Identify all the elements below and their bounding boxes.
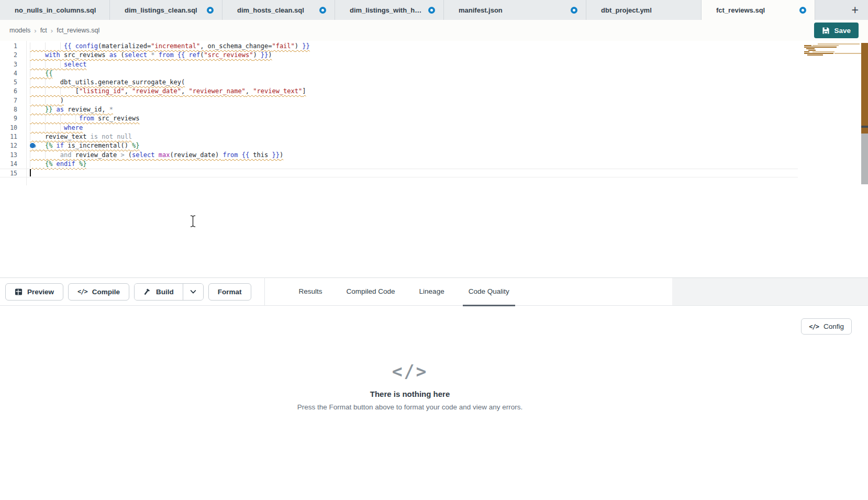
build-options-button[interactable] (183, 284, 203, 300)
code-line-14[interactable]: 14 {% endif %} (0, 160, 798, 169)
text-caret (30, 169, 31, 176)
save-label: Save (834, 27, 851, 35)
panel-tab-results[interactable]: Results (287, 277, 335, 306)
code-line-3[interactable]: 3 select (0, 60, 798, 69)
minimap-warning-bar (807, 54, 823, 55)
config-button[interactable]: </> Config (801, 318, 852, 335)
line-content (30, 169, 31, 178)
line-content: {{ (30, 69, 52, 78)
file-tab-label: dim_listings_clean.sql (125, 6, 202, 14)
breadcrumb-separator: › (51, 27, 53, 35)
breadcrumb-item-fct[interactable]: fct (40, 27, 47, 34)
file-tab-manifest-json[interactable]: manifest.json (444, 0, 586, 20)
hammer-icon (143, 288, 151, 296)
line-content: ) (30, 96, 64, 105)
code-brackets-icon: </> (809, 323, 819, 330)
file-tab-fct-reviews-sql[interactable]: fct_reviews.sql (702, 0, 815, 20)
file-tab-no-nulls-in-columns-sql[interactable]: no_nulls_in_columns.sql (0, 0, 110, 20)
minimap-warning-bar (834, 53, 861, 54)
code-line-6[interactable]: 6 ["listing_id", "review_date", "reviewe… (0, 87, 798, 96)
code-line-13[interactable]: 13 and review_date > (select max(review_… (0, 151, 798, 160)
unsaved-dot-icon (428, 7, 435, 14)
file-tab-label: fct_reviews.sql (716, 6, 794, 14)
format-label: Format (218, 288, 242, 296)
code-line-15[interactable]: 15 (0, 169, 798, 177)
unsaved-dot-icon (207, 7, 214, 14)
chevron-down-icon (190, 288, 197, 295)
code-action-icon[interactable]: ⚙ (30, 142, 38, 150)
preview-label: Preview (27, 288, 54, 296)
line-content: {% if is_incremental() %} (30, 141, 140, 150)
line-content: and review_date > (select max(review_dat… (30, 151, 283, 160)
config-label: Config (824, 323, 844, 330)
file-tab-dbt-project-yml[interactable]: dbt_project.yml (586, 0, 702, 20)
compile-label: Compile (92, 288, 120, 296)
code-line-9[interactable]: 9 from src_reviews (0, 114, 798, 123)
code-line-5[interactable]: 5 dbt_utils.generate_surrogate_key( (0, 78, 798, 87)
line-number: 13 (0, 151, 17, 160)
editor-scrollbar[interactable] (861, 43, 868, 184)
line-content: review_text is not null (30, 132, 132, 141)
panel-tab-lineage[interactable]: Lineage (407, 277, 457, 306)
build-label: Build (156, 288, 174, 296)
line-number: 10 (0, 124, 17, 132)
tab-bar-filler: + (815, 0, 868, 20)
empty-state: </> There is nothing here Press the Form… (0, 361, 820, 411)
unsaved-dot-icon (571, 7, 577, 14)
line-number: 11 (0, 132, 17, 141)
line-content: from src_reviews (30, 114, 140, 123)
file-tab-dim-hosts-clean-sql[interactable]: dim_hosts_clean.sql (222, 0, 335, 20)
line-number: 7 (0, 96, 17, 105)
code-line-11[interactable]: 11 review_text is not null (0, 132, 798, 141)
code-line-2[interactable]: 2 with src_reviews as (select * from {{ … (0, 51, 798, 60)
code-line-7[interactable]: 7 ) (0, 96, 798, 105)
code-brackets-icon: </> (0, 361, 820, 382)
new-tab-button[interactable]: + (852, 2, 859, 18)
panel-tab-code-quality[interactable]: Code Quality (457, 277, 521, 306)
build-split-button: Build (134, 283, 204, 301)
preview-button[interactable]: Preview (5, 283, 63, 301)
code-line-10[interactable]: 10 where (0, 124, 798, 132)
file-tab-label: manifest.json (459, 6, 565, 14)
line-content: with src_reviews as (select * from {{ re… (30, 51, 272, 60)
unsaved-dot-icon (319, 7, 326, 14)
file-tab-label: dim_listings_with_hosts.sql (350, 6, 423, 14)
empty-state-title: There is nothing here (0, 390, 820, 398)
build-button[interactable]: Build (135, 284, 183, 300)
code-quality-panel: </> Config </> There is nothing here Pre… (0, 306, 868, 500)
format-button[interactable]: Format (208, 283, 251, 301)
panel-tab-compiled-code[interactable]: Compiled Code (335, 277, 407, 306)
line-number: 12 (0, 141, 17, 150)
toolbar-right-fill (672, 278, 868, 305)
editor-toolbar: Preview </> Compile Build Format Results… (0, 277, 868, 306)
breadcrumb-item-models[interactable]: models (9, 27, 30, 34)
file-tab-label: dbt_project.yml (601, 6, 693, 14)
file-tab-bar: no_nulls_in_columns.sqldim_listings_clea… (0, 0, 868, 20)
file-tab-dim-listings-clean-sql[interactable]: dim_listings_clean.sql (110, 0, 222, 20)
line-number: 14 (0, 160, 17, 169)
floppy-disk-icon (822, 27, 830, 35)
table-grid-icon (15, 288, 23, 296)
code-line-1[interactable]: 1 {{ config(materialized="incremental", … (0, 42, 798, 51)
code-line-12[interactable]: 12 {% if is_incremental() %}⚙ (0, 141, 798, 150)
code-line-8[interactable]: 8 }} as review_id, * (0, 105, 798, 114)
code-editor[interactable]: 1 {{ config(materialized="incremental", … (0, 41, 868, 277)
line-number: 3 (0, 60, 17, 69)
file-tab-dim-listings-with-hosts-sql[interactable]: dim_listings_with_hosts.sql (335, 0, 444, 20)
toolbar-divider (264, 277, 265, 306)
breadcrumb-item-fct-reviews-sql[interactable]: fct_reviews.sql (57, 27, 99, 34)
line-content: select (30, 60, 86, 69)
unsaved-dot-icon (799, 7, 806, 14)
line-number: 15 (0, 169, 17, 178)
scrollbar-warning-region (861, 43, 868, 134)
breadcrumb-bar: models›fct›fct_reviews.sql Save (0, 20, 868, 41)
line-number: 5 (0, 78, 17, 87)
line-number: 4 (0, 69, 17, 78)
file-tab-label: no_nulls_in_columns.sql (15, 6, 101, 14)
line-number: 8 (0, 105, 17, 114)
breadcrumb-separator: › (34, 27, 36, 35)
code-line-4[interactable]: 4 {{ (0, 69, 798, 78)
save-button[interactable]: Save (814, 23, 859, 38)
line-content: {% endif %} (30, 160, 86, 169)
compile-button[interactable]: </> Compile (68, 283, 129, 301)
